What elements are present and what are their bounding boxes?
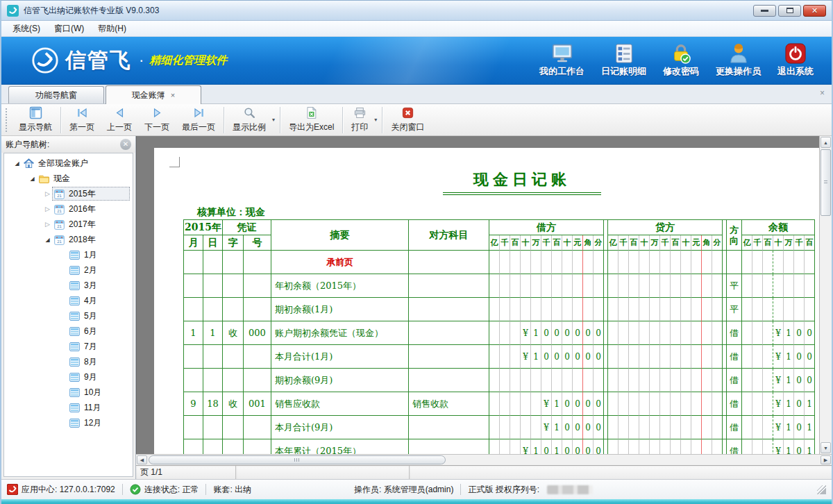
tree-item-content: 212015年 [52, 187, 130, 201]
menu-item-2[interactable]: 帮助(H) [91, 21, 133, 37]
tree-item-2017年[interactable]: ▷212017年 [4, 217, 133, 232]
tree-item-7月[interactable]: 7月 [4, 339, 133, 354]
tree-item-现金[interactable]: ◢现金 [4, 171, 133, 186]
table-cell: 年初余额（2015年） [271, 274, 409, 298]
table-cell [752, 439, 763, 454]
tree-item-4月[interactable]: 4月 [4, 293, 133, 308]
next-page-button[interactable]: 下一页 [138, 106, 176, 135]
table-cell [727, 251, 742, 274]
tree-item-全部现金账户[interactable]: ◢全部现金账户 [4, 156, 133, 171]
table-cell [531, 392, 541, 416]
close-tab-icon[interactable]: × [171, 92, 175, 99]
tree-item-3月[interactable]: 3月 [4, 278, 133, 293]
tree-expander-icon[interactable]: ▷ [43, 221, 52, 228]
table-cell [531, 298, 541, 321]
last-page-button[interactable]: 最后一页 [176, 106, 221, 135]
banner-action-0[interactable]: 我的工作台 [539, 43, 584, 78]
table-cell [691, 345, 702, 369]
table-cell [752, 274, 763, 298]
table-cell: 元 [691, 235, 702, 251]
table-cell [552, 274, 562, 298]
print-button[interactable]: 打印 [345, 106, 374, 135]
table-cell [184, 369, 203, 392]
tree-item-12月[interactable]: 12月 [4, 415, 133, 430]
app-center-status: 应用中心: 127.0.0.1:7092 [7, 484, 115, 496]
calendar-icon: 21 [53, 203, 65, 215]
table-cell [619, 416, 629, 439]
table-cell [203, 439, 223, 454]
banner-action-1[interactable]: 日记账明细 [601, 43, 646, 78]
banner-action-3[interactable]: 更换操作员 [716, 43, 761, 78]
tab-0[interactable]: 功能导航窗 [8, 86, 104, 103]
prev-page-button[interactable]: 上一页 [101, 106, 138, 135]
tree-expander-icon[interactable]: ▷ [43, 205, 52, 212]
table-cell: 1 [784, 321, 794, 345]
sidebar-close-button[interactable]: ✕ [120, 139, 131, 150]
tree-item-content: 3月 [67, 278, 130, 292]
tree-item-2015年[interactable]: ▷212015年 [4, 186, 133, 201]
nav-panel-icon [29, 106, 42, 119]
banner-action-2[interactable]: 修改密码 [663, 43, 699, 78]
tree-item-label: 2018年 [69, 234, 96, 246]
show-nav-button[interactable]: 显示导航 [12, 106, 58, 135]
app-logo-icon [7, 5, 19, 17]
tree-item-2018年[interactable]: ◢212018年 [4, 232, 133, 247]
scroll-up-icon[interactable]: ▲ [821, 137, 831, 148]
banner-action-4[interactable]: 退出系统 [777, 43, 814, 78]
svg-text:21: 21 [57, 240, 62, 244]
table-cell [489, 416, 500, 439]
first-page-button[interactable]: 第一页 [63, 106, 101, 135]
tabstrip-close-icon[interactable]: × [820, 88, 825, 98]
tree-item-10月[interactable]: 10月 [4, 385, 133, 400]
table-cell [184, 298, 203, 321]
table-cell: 贷方 [608, 220, 723, 235]
table-cell [702, 345, 712, 369]
scroll-down-icon[interactable]: ▼ [821, 442, 831, 453]
table-cell: 借 [727, 345, 742, 369]
tree-item-8月[interactable]: 8月 [4, 354, 133, 369]
scroll-right-icon[interactable]: ▶ [821, 455, 831, 464]
zoom-scale-button[interactable]: 显示比例 [226, 106, 272, 135]
table-cell [583, 369, 594, 392]
tree-item-6月[interactable]: 6月 [4, 324, 133, 339]
close-button[interactable]: ✕ [803, 5, 826, 17]
table-cell [531, 274, 541, 298]
tree-expander-icon[interactable]: ◢ [43, 237, 52, 243]
toolbar-separator [280, 107, 280, 133]
horizontal-scrollbar[interactable]: ◀ ▶ [136, 454, 832, 465]
table-cell [650, 345, 660, 369]
tab-1[interactable]: 现金账簿× [106, 85, 201, 104]
tree-item-2月[interactable]: 2月 [4, 262, 133, 278]
table-cell [619, 251, 629, 274]
tree-item-5月[interactable]: 5月 [4, 308, 133, 324]
menu-item-1[interactable]: 窗口(W) [47, 21, 91, 37]
tree-item-2016年[interactable]: ▷212016年 [4, 201, 133, 217]
tree-item-11月[interactable]: 11月 [4, 400, 133, 415]
table-cell [639, 321, 650, 345]
tree-expander-icon[interactable]: ◢ [12, 160, 22, 167]
toolbar-grip[interactable] [6, 108, 8, 132]
tree-expander-icon[interactable]: ◢ [28, 176, 37, 182]
tree-expander-icon[interactable]: ▷ [43, 190, 52, 197]
vertical-scrollbar[interactable]: ▲ ▼ [819, 136, 832, 454]
table-cell [521, 251, 531, 274]
brand-separator: · [139, 51, 144, 69]
resize-grip[interactable] [817, 485, 826, 494]
table-cell [629, 251, 639, 274]
table-cell: 0 [562, 439, 573, 454]
horizontal-scroll-thumb[interactable] [149, 455, 446, 464]
scroll-left-icon[interactable]: ◀ [137, 455, 147, 464]
vertical-scroll-thumb[interactable] [821, 149, 831, 216]
tree-item-9月[interactable]: 9月 [4, 369, 133, 385]
export-excel-button[interactable]: 导出为Excel [283, 106, 340, 135]
menu-item-0[interactable]: 系统(S) [6, 21, 47, 37]
dropdown-caret-icon[interactable]: ▾ [272, 117, 278, 123]
dropdown-caret-icon[interactable]: ▾ [374, 117, 380, 123]
table-cell [223, 251, 244, 274]
close-window-button[interactable]: 关闭窗口 [385, 106, 430, 135]
tree-item-1月[interactable]: 1月 [4, 247, 133, 262]
account-set-text: 账套: 出纳 [213, 484, 251, 496]
minimize-button[interactable] [753, 5, 776, 17]
maximize-button[interactable] [778, 5, 801, 17]
table-cell: ¥ [773, 416, 784, 439]
